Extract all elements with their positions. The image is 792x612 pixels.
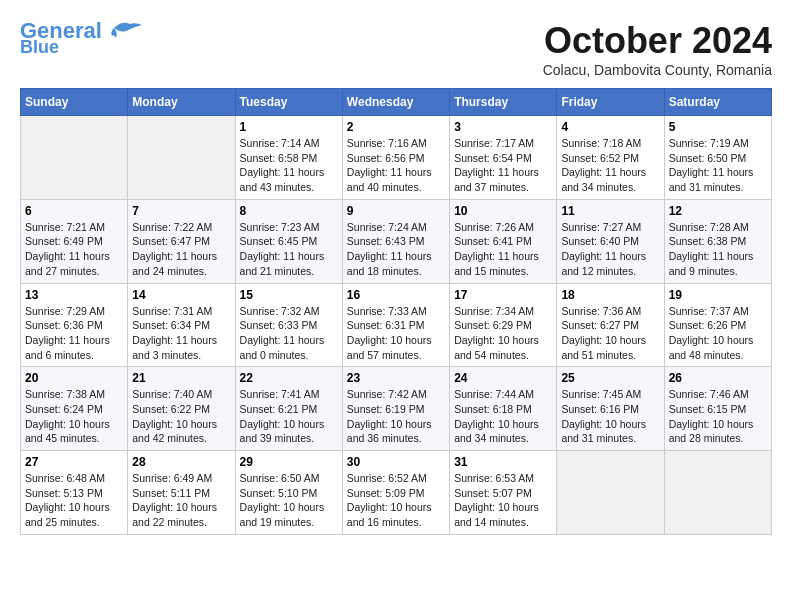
location-subtitle: Colacu, Dambovita County, Romania [543,62,772,78]
day-info: Sunrise: 7:18 AM Sunset: 6:52 PM Dayligh… [561,136,659,195]
calendar-day-cell: 11Sunrise: 7:27 AM Sunset: 6:40 PM Dayli… [557,199,664,283]
calendar-day-header: Friday [557,89,664,116]
calendar-week-row: 27Sunrise: 6:48 AM Sunset: 5:13 PM Dayli… [21,451,772,535]
calendar-day-cell: 23Sunrise: 7:42 AM Sunset: 6:19 PM Dayli… [342,367,449,451]
day-number: 13 [25,288,123,302]
day-info: Sunrise: 6:53 AM Sunset: 5:07 PM Dayligh… [454,471,552,530]
day-number: 22 [240,371,338,385]
day-info: Sunrise: 7:32 AM Sunset: 6:33 PM Dayligh… [240,304,338,363]
calendar-day-header: Tuesday [235,89,342,116]
day-number: 1 [240,120,338,134]
calendar-day-cell: 6Sunrise: 7:21 AM Sunset: 6:49 PM Daylig… [21,199,128,283]
day-info: Sunrise: 7:41 AM Sunset: 6:21 PM Dayligh… [240,387,338,446]
calendar-day-cell: 8Sunrise: 7:23 AM Sunset: 6:45 PM Daylig… [235,199,342,283]
calendar-week-row: 6Sunrise: 7:21 AM Sunset: 6:49 PM Daylig… [21,199,772,283]
day-info: Sunrise: 7:17 AM Sunset: 6:54 PM Dayligh… [454,136,552,195]
day-number: 24 [454,371,552,385]
day-info: Sunrise: 7:37 AM Sunset: 6:26 PM Dayligh… [669,304,767,363]
day-number: 25 [561,371,659,385]
day-number: 12 [669,204,767,218]
calendar-day-cell: 25Sunrise: 7:45 AM Sunset: 6:16 PM Dayli… [557,367,664,451]
calendar-day-cell: 24Sunrise: 7:44 AM Sunset: 6:18 PM Dayli… [450,367,557,451]
day-info: Sunrise: 7:36 AM Sunset: 6:27 PM Dayligh… [561,304,659,363]
calendar-week-row: 20Sunrise: 7:38 AM Sunset: 6:24 PM Dayli… [21,367,772,451]
calendar-day-cell: 30Sunrise: 6:52 AM Sunset: 5:09 PM Dayli… [342,451,449,535]
day-number: 11 [561,204,659,218]
day-number: 8 [240,204,338,218]
day-number: 6 [25,204,123,218]
day-info: Sunrise: 7:22 AM Sunset: 6:47 PM Dayligh… [132,220,230,279]
day-number: 27 [25,455,123,469]
calendar-day-cell: 5Sunrise: 7:19 AM Sunset: 6:50 PM Daylig… [664,116,771,200]
day-number: 3 [454,120,552,134]
day-number: 29 [240,455,338,469]
calendar-week-row: 1Sunrise: 7:14 AM Sunset: 6:58 PM Daylig… [21,116,772,200]
day-number: 2 [347,120,445,134]
calendar-day-cell: 19Sunrise: 7:37 AM Sunset: 6:26 PM Dayli… [664,283,771,367]
day-info: Sunrise: 7:16 AM Sunset: 6:56 PM Dayligh… [347,136,445,195]
calendar-day-cell: 29Sunrise: 6:50 AM Sunset: 5:10 PM Dayli… [235,451,342,535]
day-info: Sunrise: 7:27 AM Sunset: 6:40 PM Dayligh… [561,220,659,279]
page-header: General Blue October 2024 Colacu, Dambov… [20,20,772,78]
day-info: Sunrise: 7:46 AM Sunset: 6:15 PM Dayligh… [669,387,767,446]
calendar-day-cell [128,116,235,200]
month-title: October 2024 [543,20,772,62]
day-number: 20 [25,371,123,385]
calendar-day-cell: 18Sunrise: 7:36 AM Sunset: 6:27 PM Dayli… [557,283,664,367]
calendar-day-cell: 10Sunrise: 7:26 AM Sunset: 6:41 PM Dayli… [450,199,557,283]
day-info: Sunrise: 7:42 AM Sunset: 6:19 PM Dayligh… [347,387,445,446]
day-info: Sunrise: 7:24 AM Sunset: 6:43 PM Dayligh… [347,220,445,279]
day-number: 28 [132,455,230,469]
day-number: 5 [669,120,767,134]
logo-blue: Blue [20,38,59,56]
calendar-header-row: SundayMondayTuesdayWednesdayThursdayFrid… [21,89,772,116]
day-number: 14 [132,288,230,302]
day-info: Sunrise: 7:23 AM Sunset: 6:45 PM Dayligh… [240,220,338,279]
calendar-day-header: Saturday [664,89,771,116]
calendar-day-cell: 27Sunrise: 6:48 AM Sunset: 5:13 PM Dayli… [21,451,128,535]
calendar-day-header: Monday [128,89,235,116]
calendar-day-cell [557,451,664,535]
day-number: 7 [132,204,230,218]
day-number: 4 [561,120,659,134]
calendar-day-cell: 17Sunrise: 7:34 AM Sunset: 6:29 PM Dayli… [450,283,557,367]
day-number: 30 [347,455,445,469]
calendar-day-cell [664,451,771,535]
day-number: 19 [669,288,767,302]
day-number: 21 [132,371,230,385]
day-info: Sunrise: 7:34 AM Sunset: 6:29 PM Dayligh… [454,304,552,363]
day-number: 9 [347,204,445,218]
day-info: Sunrise: 7:14 AM Sunset: 6:58 PM Dayligh… [240,136,338,195]
day-number: 26 [669,371,767,385]
day-number: 15 [240,288,338,302]
calendar-day-cell: 20Sunrise: 7:38 AM Sunset: 6:24 PM Dayli… [21,367,128,451]
calendar-day-cell: 3Sunrise: 7:17 AM Sunset: 6:54 PM Daylig… [450,116,557,200]
calendar-day-cell: 12Sunrise: 7:28 AM Sunset: 6:38 PM Dayli… [664,199,771,283]
calendar-day-header: Sunday [21,89,128,116]
calendar-day-cell: 4Sunrise: 7:18 AM Sunset: 6:52 PM Daylig… [557,116,664,200]
calendar-day-cell: 2Sunrise: 7:16 AM Sunset: 6:56 PM Daylig… [342,116,449,200]
day-info: Sunrise: 7:28 AM Sunset: 6:38 PM Dayligh… [669,220,767,279]
calendar-day-cell: 7Sunrise: 7:22 AM Sunset: 6:47 PM Daylig… [128,199,235,283]
calendar-table: SundayMondayTuesdayWednesdayThursdayFrid… [20,88,772,535]
day-info: Sunrise: 7:44 AM Sunset: 6:18 PM Dayligh… [454,387,552,446]
calendar-day-cell: 9Sunrise: 7:24 AM Sunset: 6:43 PM Daylig… [342,199,449,283]
calendar-week-row: 13Sunrise: 7:29 AM Sunset: 6:36 PM Dayli… [21,283,772,367]
calendar-day-cell: 28Sunrise: 6:49 AM Sunset: 5:11 PM Dayli… [128,451,235,535]
day-info: Sunrise: 7:33 AM Sunset: 6:31 PM Dayligh… [347,304,445,363]
title-block: October 2024 Colacu, Dambovita County, R… [543,20,772,78]
day-info: Sunrise: 7:40 AM Sunset: 6:22 PM Dayligh… [132,387,230,446]
calendar-day-cell [21,116,128,200]
calendar-day-header: Thursday [450,89,557,116]
day-info: Sunrise: 7:21 AM Sunset: 6:49 PM Dayligh… [25,220,123,279]
day-info: Sunrise: 7:45 AM Sunset: 6:16 PM Dayligh… [561,387,659,446]
calendar-day-header: Wednesday [342,89,449,116]
day-number: 31 [454,455,552,469]
day-number: 16 [347,288,445,302]
calendar-day-cell: 1Sunrise: 7:14 AM Sunset: 6:58 PM Daylig… [235,116,342,200]
day-info: Sunrise: 7:38 AM Sunset: 6:24 PM Dayligh… [25,387,123,446]
logo: General Blue [20,20,142,56]
calendar-day-cell: 21Sunrise: 7:40 AM Sunset: 6:22 PM Dayli… [128,367,235,451]
day-info: Sunrise: 6:49 AM Sunset: 5:11 PM Dayligh… [132,471,230,530]
day-number: 23 [347,371,445,385]
